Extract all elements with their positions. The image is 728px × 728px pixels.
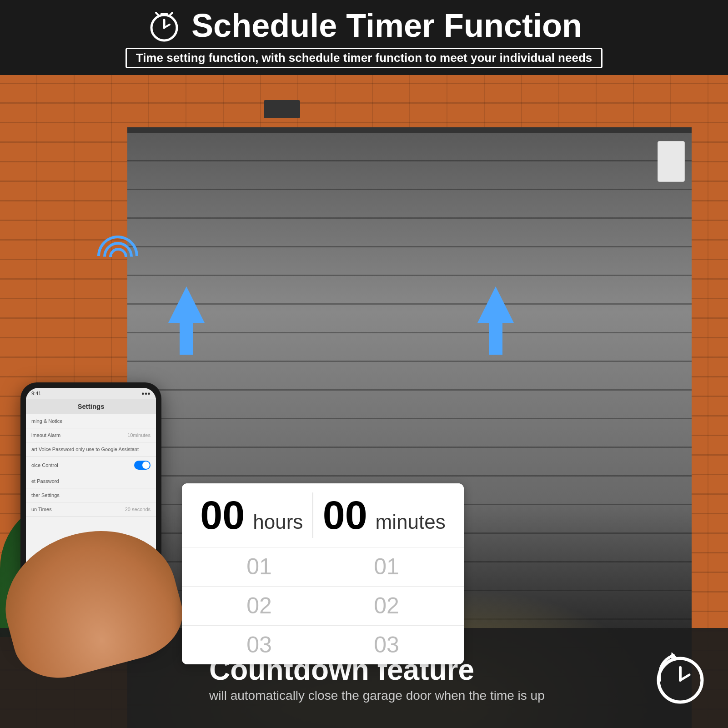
timer-sub-minutes-2: 02 [374, 593, 399, 618]
timeout-value: 10minutes [127, 432, 151, 438]
hours-display: 00 hours [200, 495, 303, 535]
timer-sub-m2: 02 [323, 591, 450, 621]
wifi-signal-area [91, 227, 146, 273]
phone-time: 9:41 [31, 391, 41, 396]
other-settings-label: ther Settings [31, 492, 60, 498]
voice-control-toggle[interactable] [134, 461, 151, 470]
phone-setting-voice-hint: art Voice Password only use to Google As… [26, 442, 156, 457]
timer-sub-m3: 03 [323, 630, 450, 660]
section-label-text: ming & Notice [31, 418, 62, 424]
run-times-label: un Times [31, 507, 52, 512]
svg-marker-7 [671, 652, 677, 658]
voice-hint-label: art Voice Password only use to Google As… [31, 447, 139, 452]
timer-sub-row-3: 03 03 [182, 626, 464, 664]
garage-sensor-box [264, 100, 300, 118]
header-title-row: Schedule Timer Function [146, 7, 582, 44]
svg-rect-3 [161, 13, 168, 15]
timer-divider [312, 492, 313, 538]
phone-section-label: ming & Notice [26, 414, 156, 428]
timer-hours-value: 00 [200, 495, 245, 535]
run-times-value: 20 seconds [125, 507, 151, 512]
timer-hours-unit: hours [253, 511, 303, 533]
phone-container: 9:41 ●●● Settings ming & Notice imeout A… [14, 382, 168, 646]
timer-sub-hours-2: 02 [246, 593, 272, 618]
timer-minutes-unit: minutes [376, 511, 446, 533]
timer-sub-hours-3: 03 [246, 632, 272, 658]
phone-screen-title: Settings [26, 399, 156, 414]
countdown-clock-icon [651, 648, 710, 708]
header-banner: Schedule Timer Function Time setting fun… [0, 0, 728, 75]
phone-status-bar: 9:41 ●●● [26, 388, 156, 399]
timer-sub-h3: 03 [196, 630, 323, 660]
countdown-subtitle: will automatically close the garage door… [209, 688, 637, 703]
svg-line-4 [156, 13, 159, 15]
header-subtitle: Time setting function, with schedule tim… [126, 48, 603, 68]
phone-setting-run-times[interactable]: un Times 20 seconds [26, 502, 156, 517]
timer-sub-row-1: 01 01 [182, 547, 464, 587]
timer-minutes-value: 00 [323, 495, 367, 535]
minutes-display: 00 minutes [323, 495, 446, 535]
phone-setting-voice-control[interactable]: oice Control [26, 457, 156, 474]
svg-line-5 [170, 13, 172, 15]
header-title: Schedule Timer Function [191, 7, 582, 44]
timeout-label: imeout Alarm [31, 432, 60, 438]
timer-sub-hours-1: 01 [246, 554, 272, 579]
timer-icon [146, 7, 182, 44]
phone-setting-other[interactable]: ther Settings [26, 488, 156, 502]
voice-control-label: oice Control [31, 462, 58, 468]
password-label: et Password [31, 478, 59, 484]
phone-setting-password[interactable]: et Password [26, 474, 156, 488]
timer-sub-h2: 02 [196, 591, 323, 621]
phone-setting-timeout[interactable]: imeout Alarm 10minutes [26, 428, 156, 442]
timer-sub-m1: 01 [323, 552, 450, 582]
wifi-signal-icon [91, 227, 146, 273]
timer-sub-row-2: 02 02 [182, 587, 464, 626]
timer-sub-minutes-3: 03 [374, 632, 399, 658]
smart-module [658, 141, 685, 182]
timer-panel: 00 hours 00 minutes 01 01 02 02 03 03 [182, 483, 464, 664]
timer-panel-main-row: 00 hours 00 minutes [182, 483, 464, 547]
arrow-up-right [477, 286, 514, 323]
arrow-up-left [168, 286, 205, 323]
timer-sub-minutes-1: 01 [374, 554, 399, 579]
phone-battery: ●●● [141, 391, 151, 396]
timer-sub-h1: 01 [196, 552, 323, 582]
